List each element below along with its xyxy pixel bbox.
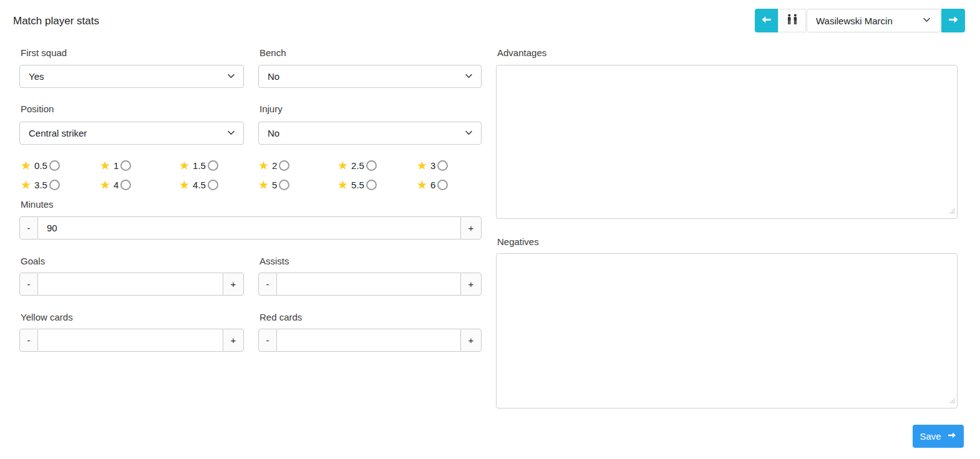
player-navigation: Wasilewski Marcin: [755, 9, 965, 32]
chevron-down-icon: [464, 71, 473, 82]
rating-label: 0.5: [34, 160, 47, 171]
rating-label: 1: [114, 160, 119, 171]
minutes-label: Minutes: [21, 199, 54, 210]
page-title: Match player stats: [13, 15, 99, 27]
rating-option-1[interactable]: ★ 1: [100, 158, 131, 172]
negatives-label: Negatives: [497, 236, 539, 248]
first-squad-select[interactable]: Yes: [19, 65, 244, 88]
rating-option-4.5[interactable]: ★ 4.5: [179, 178, 218, 191]
injury-label: Injury: [260, 104, 283, 115]
rating-radio[interactable]: [120, 160, 131, 171]
minutes-increment-button[interactable]: +: [460, 216, 482, 239]
bench-label: Bench: [260, 47, 286, 59]
rating-option-2.5[interactable]: ★ 2.5: [337, 158, 377, 172]
advantages-label: Advantages: [497, 47, 546, 59]
position-value: Central striker: [29, 128, 226, 138]
red-cards-stepper: - +: [258, 329, 482, 352]
rating-label: 5: [272, 180, 277, 190]
star-icon: ★: [179, 160, 190, 172]
rating-option-3[interactable]: ★ 3: [417, 158, 448, 172]
rating-label: 2.5: [351, 160, 364, 171]
yellow-cards-label: Yellow cards: [21, 312, 73, 323]
chevron-down-icon: [922, 15, 931, 26]
negatives-textarea[interactable]: [496, 253, 958, 408]
rating-label: 6: [430, 180, 435, 190]
rating-option-4[interactable]: ★ 4: [100, 178, 131, 191]
rating-label: 3: [430, 160, 435, 171]
star-icon: ★: [21, 160, 31, 172]
star-icon: ★: [417, 160, 427, 172]
rating-radio[interactable]: [208, 180, 218, 190]
goals-decrement-button[interactable]: -: [19, 273, 38, 296]
assists-stepper: - +: [258, 273, 482, 296]
assists-decrement-button[interactable]: -: [258, 273, 277, 296]
red-cards-label: Red cards: [260, 312, 302, 323]
save-button-label: Save: [919, 431, 941, 442]
people-icon: [785, 13, 799, 29]
star-icon: ★: [179, 179, 190, 191]
star-icon: ★: [100, 160, 110, 172]
yellow-cards-stepper: - +: [19, 329, 244, 352]
yellow-cards-decrement-button[interactable]: -: [19, 329, 38, 352]
next-player-button[interactable]: [941, 9, 965, 32]
rating-option-5.5[interactable]: ★ 5.5: [337, 178, 377, 191]
rating-radio[interactable]: [366, 160, 377, 171]
rating-radio[interactable]: [279, 180, 289, 190]
goals-input[interactable]: [38, 273, 223, 296]
player-select[interactable]: Wasilewski Marcin: [807, 9, 941, 32]
rating-radio[interactable]: [279, 160, 289, 171]
assists-increment-button[interactable]: +: [460, 273, 482, 296]
resize-grip-icon[interactable]: [949, 395, 955, 406]
negatives-field: [496, 253, 958, 408]
previous-player-button[interactable]: [755, 9, 778, 32]
position-select[interactable]: Central striker: [19, 122, 244, 145]
red-cards-input[interactable]: [277, 329, 460, 352]
rating-radio[interactable]: [437, 180, 448, 190]
players-list-button[interactable]: [778, 9, 806, 32]
rating-label: 5.5: [351, 180, 364, 190]
injury-value: No: [268, 128, 464, 138]
injury-select[interactable]: No: [258, 122, 482, 145]
rating-option-0.5[interactable]: ★ 0.5: [21, 158, 60, 172]
save-button[interactable]: Save: [913, 425, 964, 448]
assists-input[interactable]: [277, 273, 460, 296]
rating-option-1.5[interactable]: ★ 1.5: [179, 158, 218, 172]
red-cards-decrement-button[interactable]: -: [258, 329, 277, 352]
rating-radio[interactable]: [437, 160, 448, 171]
bench-select[interactable]: No: [258, 65, 482, 88]
rating-label: 4.5: [193, 180, 206, 190]
chevron-down-icon: [226, 128, 236, 139]
resize-grip-icon[interactable]: [949, 205, 955, 216]
rating-radio[interactable]: [366, 180, 377, 190]
assists-label: Assists: [260, 256, 289, 267]
yellow-cards-increment-button[interactable]: +: [223, 329, 244, 352]
minutes-stepper: - +: [19, 216, 482, 239]
player-select-value: Wasilewski Marcin: [816, 16, 922, 26]
rating-option-5[interactable]: ★ 5: [258, 178, 289, 191]
advantages-field: [496, 65, 958, 219]
arrow-left-icon: [760, 14, 772, 27]
chevron-down-icon: [464, 128, 473, 139]
goals-increment-button[interactable]: +: [223, 273, 244, 296]
yellow-cards-input[interactable]: [38, 329, 223, 352]
chevron-down-icon: [226, 71, 236, 82]
goals-stepper: - +: [19, 273, 244, 296]
first-squad-label: First squad: [21, 47, 67, 59]
arrow-right-icon: [948, 14, 959, 27]
rating-radio[interactable]: [49, 160, 60, 171]
star-icon: ★: [337, 179, 348, 191]
match-player-stats-page: Match player stats: [0, 0, 980, 459]
rating-radio[interactable]: [49, 180, 60, 190]
star-icon: ★: [258, 179, 269, 191]
star-icon: ★: [100, 179, 110, 191]
rating-radio[interactable]: [208, 160, 218, 171]
minutes-decrement-button[interactable]: -: [19, 216, 38, 239]
red-cards-increment-button[interactable]: +: [460, 329, 482, 352]
rating-option-3.5[interactable]: ★ 3.5: [21, 178, 60, 191]
rating-radio[interactable]: [120, 180, 131, 190]
rating-option-2[interactable]: ★ 2: [258, 158, 289, 172]
rating-option-6[interactable]: ★ 6: [417, 178, 448, 191]
advantages-textarea[interactable]: [496, 65, 958, 219]
first-squad-value: Yes: [29, 71, 226, 82]
minutes-input[interactable]: [38, 216, 460, 239]
